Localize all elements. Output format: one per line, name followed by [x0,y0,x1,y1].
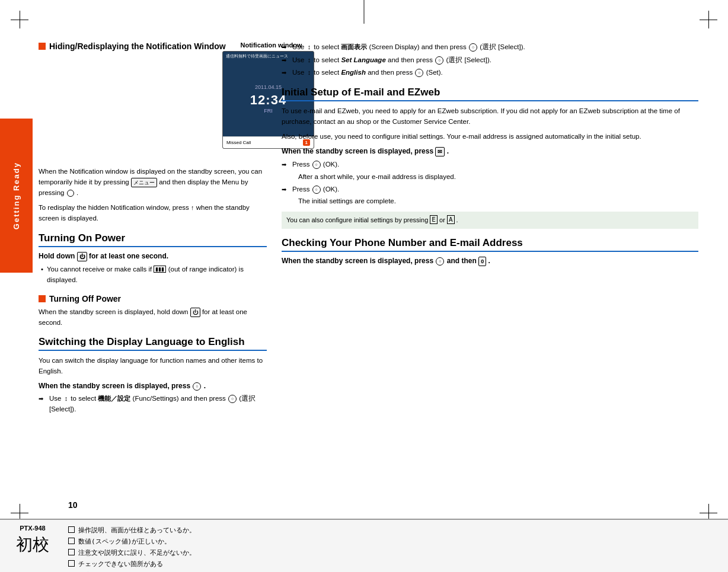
e-key-icon: E [430,215,438,224]
phone-number-standby: When the standby screen is displayed, pr… [282,257,698,266]
phone-circle-icon: ○ [436,257,444,266]
page: Getting Ready 10 Notification window 通信料… [0,0,728,572]
switching-step1: Use ↕ to select 機能／設定 (Func/Settings) an… [39,393,267,415]
orange-square-icon [39,43,46,50]
select-circle-icon3: ○ [435,56,443,65]
turning-off-body: When the standby screen is displayed, ho… [39,307,267,328]
email-note: You can also configure initial settings … [282,212,698,229]
bottom-strip: PTX-948 初校 操作説明、画面が仕様とあっているか。 数値(スペック値)が… [0,519,728,572]
hiding-heading-text: Hiding/Redisplaying the Notification Win… [49,41,226,51]
email-section: Initial Setup of E-mail and EZweb To use… [282,87,698,229]
switching-steps-cont: Use ↕ to select 画面表示 (Screen Display) an… [282,41,698,78]
email-step2: Press ○ (OK). [282,184,698,194]
phone-number-heading: Checking Your Phone Number and E-mail Ad… [282,237,698,252]
mail-key-icon: ✉ [435,147,445,156]
set-circle-icon: ○ [415,69,423,77]
zero-key-icon: 0 [478,257,486,266]
ok-circle-icon: ○ [312,161,321,169]
email-step1-sub: After a short while, your e-mail address… [282,172,698,182]
email-step1: Press ○ (OK). [282,159,698,170]
hiding-body-text: When the Notification window is displaye… [39,167,267,198]
checkbox-2[interactable] [68,538,75,544]
switching-step4: Use ↕ to select English and then press ○… [282,67,698,78]
crop-mark-top [364,0,365,24]
check-item-4: チェックできない箇所がある [68,560,719,568]
a-key-icon: A [447,215,455,224]
check-label-4: チェックできない箇所がある [78,560,163,568]
select-circle-icon2: ○ [469,43,477,52]
turning-on-bullet: You cannot receive or make calls if ▮▮▮ … [39,264,267,286]
bottom-checklist: 操作説明、画面が仕様とあっているか。 数値(スペック値)が正しいか。 注意文や説… [68,525,719,572]
turning-on-section: Turning On Power Hold down ⏻ for at leas… [39,232,267,286]
email-step2-sub: The initial settings are complete. [282,196,698,206]
english-text: English [341,69,366,76]
select-circle-icon: ○ [228,395,237,403]
turning-off-section: Turning Off Power When the standby scree… [39,294,267,328]
menu-key-icon: メニュー [131,178,157,187]
hiding-heading: Hiding/Redisplaying the Notification Win… [39,41,267,51]
turning-on-instruction: Hold down ⏻ for at least one second. [39,252,267,261]
bottom-left-label: PTX-948 初校 [9,525,56,556]
hiding-body: When the Notification window is displaye… [39,167,267,224]
checkbox-3[interactable] [68,549,75,555]
checkbox-4[interactable] [68,560,75,567]
reg-mark-tr [700,11,717,28]
check-label-1: 操作説明、画面が仕様とあっているか。 [78,526,196,535]
check-item-3: 注意文や説明文に誤り、不足がないか。 [68,548,719,557]
checkbox-1[interactable] [68,526,75,533]
signal-icon: ▮▮▮ [154,266,166,273]
screen-display-kanji: 画面表示 [341,43,367,51]
switching-section: Switching the Display Language to Englis… [39,336,267,414]
end-key-icon: ⏻ [190,308,200,317]
check-item-2: 数値(スペック値)が正しいか。 [68,537,719,546]
turning-on-heading: Turning On Power [39,232,267,247]
switching-step3: Use ↕ to select Set Language and then pr… [282,55,698,66]
email-standby: When the standby screen is displayed, pr… [282,147,698,156]
email-body1: To use e-mail and EZweb, you need to app… [282,106,698,127]
sidebar-text: Getting Ready [12,162,21,229]
power-key-icon: ⏻ [77,252,87,261]
center-circle-icon: ○ [193,382,201,391]
email-body2: Also, before use, you need to configure … [282,132,698,142]
hiding-body-text2: To redisplay the hidden Notification win… [39,203,267,224]
switching-step2: Use ↕ to select 画面表示 (Screen Display) an… [282,41,698,53]
left-column: Hiding/Redisplaying the Notification Win… [39,41,267,516]
sidebar-label: Getting Ready [0,119,33,273]
hiding-section: Hiding/Redisplaying the Notification Win… [39,41,267,224]
turning-off-heading-text: Turning Off Power [49,294,121,303]
phone-number-section: Checking Your Phone Number and E-mail Ad… [282,237,698,266]
func-settings-kanji: 機能／設定 [98,395,130,402]
ok-circle-icon2: ○ [312,186,321,194]
switching-body: You can switch the display language for … [39,356,267,377]
turning-off-heading: Turning Off Power [39,294,267,303]
orange-square-icon2 [39,295,46,302]
set-language-text: Set Language [341,56,385,63]
check-item-1: 操作説明、画面が仕様とあっているか。 [68,526,719,535]
email-heading: Initial Setup of E-mail and EZweb [282,87,698,101]
center-btn-icon [67,190,74,197]
check-label-2: 数値(スペック値)が正しいか。 [78,537,171,546]
switching-heading: Switching the Display Language to Englis… [39,336,267,351]
switching-standby: When the standby screen is displayed, pr… [39,382,267,391]
kanji-label: 初校 [16,533,49,556]
right-column: Use ↕ to select 画面表示 (Screen Display) an… [282,41,698,516]
reg-mark-tl [11,11,28,28]
ptx-label: PTX-948 [20,525,45,532]
check-label-3: 注意文や説明文に誤り、不足がないか。 [78,548,196,557]
